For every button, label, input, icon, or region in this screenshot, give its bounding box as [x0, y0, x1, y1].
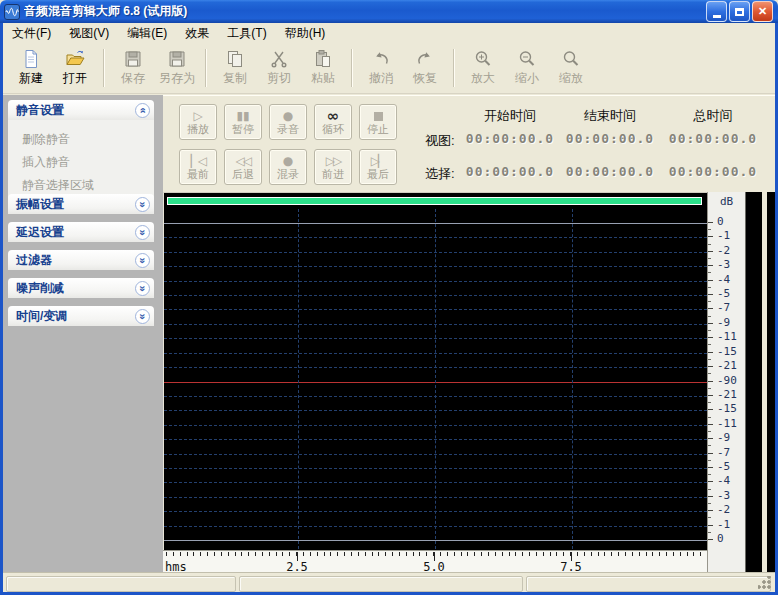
skip-end-button[interactable]: ▷▏ 最后 [359, 149, 397, 185]
pause-button[interactable]: ▮▮ 暂停 [224, 104, 262, 140]
db-tick-label: -11 [717, 330, 745, 343]
panel-time-pitch: 时间/变调 » [8, 306, 154, 326]
menu-edit[interactable]: 编辑(E) [118, 23, 176, 44]
record-button[interactable]: ● 录音 [269, 104, 307, 140]
view-end-time: 00:00:00.0 [558, 131, 662, 146]
close-button[interactable]: ✕ [752, 1, 773, 22]
undo-arrow-icon [371, 49, 391, 69]
zoom-in-button[interactable]: 放大 [461, 48, 505, 88]
ruler-minor-tick [378, 552, 379, 556]
db-tick-label: -21 [717, 388, 745, 401]
menu-view[interactable]: 视图(V) [60, 23, 118, 44]
ruler-minor-tick [269, 552, 270, 556]
undo-button[interactable]: 撤消 [359, 48, 403, 88]
db-tick [708, 251, 713, 252]
panel-amplitude-header[interactable]: 振幅设置 » [8, 194, 154, 214]
panel-delay: 延迟设置 » [8, 222, 154, 242]
panel-filter-header[interactable]: 过滤器 » [8, 250, 154, 270]
close-icon: ✕ [758, 6, 767, 17]
position-overview-bar[interactable] [167, 197, 702, 205]
chevron-down-icon[interactable]: » [135, 225, 150, 240]
skip-start-button[interactable]: ▏◁ 最前 [179, 149, 217, 185]
view-total-time: 00:00:00.0 [661, 131, 765, 146]
db-tick [708, 525, 713, 526]
skip-start-label: 最前 [187, 168, 209, 180]
ruler-minor-tick [173, 552, 174, 556]
ruler-minor-tick [358, 552, 359, 556]
db-tick-label: -15 [717, 402, 745, 415]
db-tick-label: -9 [717, 431, 745, 444]
zoom-out-button[interactable]: 缩小 [505, 48, 549, 88]
db-minor-tick [708, 330, 711, 331]
zoom-out-label: 缩小 [515, 70, 539, 87]
panel-title: 静音设置 [16, 102, 64, 119]
time-gridline [298, 209, 299, 549]
ruler-minor-tick [255, 552, 256, 556]
panel-time-pitch-header[interactable]: 时间/变调 » [8, 306, 154, 326]
ruler-minor-tick [399, 552, 400, 556]
db-tick-label: -21 [717, 359, 745, 372]
play-button[interactable]: ▷ 播放 [179, 104, 217, 140]
time-gridline [572, 209, 573, 549]
cut-button[interactable]: 剪切 [257, 48, 301, 88]
ruler-minor-tick [310, 552, 311, 556]
chevron-down-icon[interactable]: » [135, 309, 150, 324]
ruler-minor-tick [344, 552, 345, 556]
save-as-label: 另存为 [159, 70, 195, 87]
panel-delay-header[interactable]: 延迟设置 » [8, 222, 154, 242]
chevron-down-icon[interactable]: » [135, 197, 150, 212]
zoom-magnifier-icon [561, 49, 581, 69]
db-minor-tick [708, 474, 711, 475]
menu-effects[interactable]: 效果 [176, 23, 218, 44]
rewind-button[interactable]: ◁◁ 后退 [224, 149, 262, 185]
ruler-minor-tick [447, 552, 448, 556]
right-margin-strip [746, 192, 775, 572]
menu-file[interactable]: 文件(F) [3, 23, 60, 44]
ruler-minor-tick [550, 552, 551, 556]
status-section-2 [239, 576, 523, 592]
resize-grip[interactable] [758, 576, 771, 589]
title-bar[interactable]: 音频混音剪辑大师 6.8 (试用版) ✕ [0, 0, 778, 23]
db-tick-label: -1 [717, 229, 745, 242]
chevron-down-icon[interactable]: » [135, 253, 150, 268]
forward-button[interactable]: ▷▷ 前进 [314, 149, 352, 185]
ruler-minor-tick [604, 552, 605, 556]
save-button[interactable]: 保存 [111, 48, 155, 88]
ruler-minor-tick [509, 552, 510, 556]
ruler-minor-tick [652, 552, 653, 556]
panel-noise-reduction-header[interactable]: 噪声削减 » [8, 278, 154, 298]
open-folder-icon [65, 49, 85, 69]
skip-end-label: 最后 [367, 168, 389, 180]
selection-start-time: 00:00:00.0 [458, 164, 562, 179]
chevron-up-icon[interactable]: » [135, 103, 150, 118]
redo-button[interactable]: 恢复 [403, 48, 447, 88]
record-label: 录音 [277, 123, 299, 135]
skip-end-icon: ▷▏ [371, 154, 385, 168]
total-time-header: 总时间 [663, 107, 763, 125]
menu-help[interactable]: 帮助(H) [276, 23, 335, 44]
ruler-minor-tick [584, 552, 585, 556]
stop-button[interactable]: 停止 [359, 104, 397, 140]
maximize-button[interactable] [729, 1, 750, 22]
ruler-minor-tick [248, 552, 249, 556]
panel-silence-header[interactable]: 静音设置 » [8, 100, 154, 120]
paste-button[interactable]: 粘贴 [301, 48, 345, 88]
db-tick-label: -15 [717, 345, 745, 358]
new-button[interactable]: 新建 [9, 48, 53, 88]
loop-button[interactable]: ∞ 循环 [314, 104, 352, 140]
toolbar-separator [205, 49, 207, 87]
zoom-button[interactable]: 缩放 [549, 48, 593, 88]
minimize-button[interactable] [706, 1, 727, 22]
sidebar-item-delete-silence[interactable]: 删除静音 [22, 128, 154, 151]
menu-tools[interactable]: 工具(T) [218, 23, 275, 44]
db-tick [708, 409, 713, 410]
mix-record-button[interactable]: ● 混录 [269, 149, 307, 185]
copy-button[interactable]: 复制 [213, 48, 257, 88]
time-ruler[interactable]: hms 2.55.07.5 [163, 550, 707, 572]
waveform-canvas[interactable] [163, 192, 707, 550]
chevron-down-icon[interactable]: » [135, 281, 150, 296]
sidebar-item-insert-silence[interactable]: 插入静音 [22, 151, 154, 174]
save-as-button[interactable]: 另存为 [155, 48, 199, 88]
open-button[interactable]: 打开 [53, 48, 97, 88]
ruler-minor-tick [632, 552, 633, 556]
